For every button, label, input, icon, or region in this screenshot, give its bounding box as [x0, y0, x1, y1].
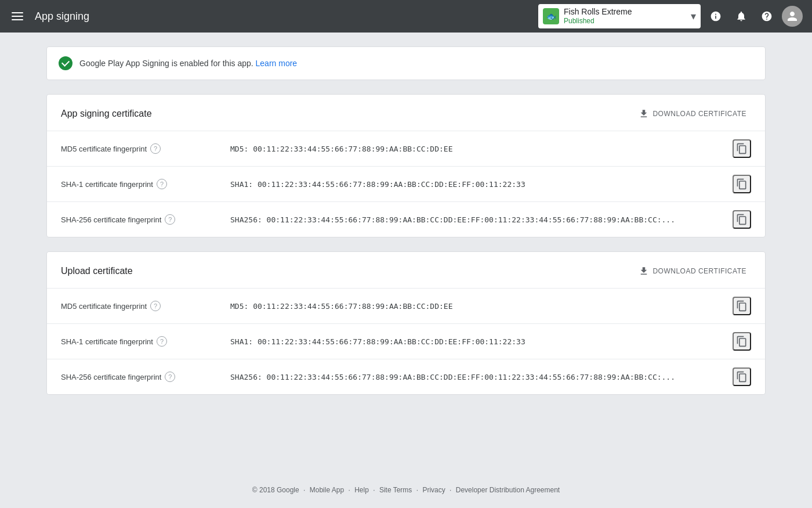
help-icon[interactable]: ?	[150, 143, 161, 154]
avatar[interactable]	[782, 6, 803, 27]
copy-button[interactable]	[733, 175, 751, 193]
table-row: SHA-256 certificate fingerprint ? SHA256…	[47, 359, 765, 395]
cert-label: MD5 certificate fingerprint	[61, 145, 147, 153]
dropdown-arrow-icon: ▾	[691, 10, 696, 23]
info-icon	[710, 10, 722, 22]
help-icon[interactable]: ?	[157, 179, 167, 189]
info-button[interactable]	[705, 6, 726, 27]
notice-banner: Google Play App Signing is enabled for t…	[46, 46, 766, 80]
app-selector[interactable]: 🐟 Fish Rolls Extreme Published ▾	[538, 4, 701, 28]
upload-cert-download-button[interactable]: DOWNLOAD CERTIFICATE	[634, 264, 751, 279]
app-name: Fish Rolls Extreme	[564, 6, 686, 17]
copy-button[interactable]	[733, 139, 751, 158]
learn-more-link[interactable]: Learn more	[256, 59, 298, 68]
copyright: © 2018 Google	[252, 486, 299, 494]
check-icon	[59, 56, 72, 70]
cert-value: SHA256: 00:11:22:33:44:55:66:77:88:99:AA…	[230, 373, 726, 381]
help-icon	[761, 10, 773, 22]
cert-label: MD5 certificate fingerprint	[61, 302, 147, 311]
header: App signing 🐟 Fish Rolls Extreme Publish…	[0, 0, 812, 33]
help-icon[interactable]: ?	[157, 336, 167, 347]
app-status: Published	[564, 17, 686, 26]
main-content: Google Play App Signing is enabled for t…	[0, 33, 812, 423]
app-icon: 🐟	[543, 8, 559, 24]
header-right: 🐟 Fish Rolls Extreme Published ▾	[538, 4, 803, 28]
upload-cert-table: MD5 certificate fingerprint ? MD5: 00:11…	[47, 288, 765, 394]
menu-button[interactable]	[9, 10, 26, 23]
notice-text: Google Play App Signing is enabled for t…	[79, 59, 297, 68]
footer-link-help[interactable]: Help	[354, 486, 369, 494]
app-signing-table: MD5 certificate fingerprint ? MD5: 00:11…	[47, 131, 765, 237]
footer-separator: ·	[303, 486, 305, 494]
help-button[interactable]	[756, 6, 777, 27]
table-row: MD5 certificate fingerprint ? MD5: 00:11…	[47, 289, 765, 324]
upload-cert-card: Upload certificate DOWNLOAD CERTIFICATE …	[46, 251, 766, 395]
upload-cert-title: Upload certificate	[61, 266, 133, 276]
cert-value: SHA1: 00:11:22:33:44:55:66:77:88:99:AA:B…	[230, 337, 726, 346]
table-row: SHA-256 certificate fingerprint ? SHA256…	[47, 202, 765, 237]
cert-label: SHA-1 certificate fingerprint	[61, 337, 153, 346]
upload-cert-card-header: Upload certificate DOWNLOAD CERTIFICATE	[47, 252, 765, 288]
table-row: SHA-1 certificate fingerprint ? SHA1: 00…	[47, 167, 765, 202]
download-icon	[639, 266, 649, 276]
footer-link-dda[interactable]: Developer Distribution Agreement	[456, 486, 560, 494]
app-signing-card-header: App signing certificate DOWNLOAD CERTIFI…	[47, 95, 765, 131]
table-row: MD5 certificate fingerprint ? MD5: 00:11…	[47, 131, 765, 167]
download-icon	[639, 109, 649, 119]
help-icon[interactable]: ?	[165, 372, 175, 382]
page-title: App signing	[35, 10, 529, 23]
copy-button[interactable]	[733, 368, 751, 386]
help-icon[interactable]: ?	[165, 214, 175, 225]
cert-label: SHA-256 certificate fingerprint	[61, 373, 161, 381]
footer: © 2018 Google · Mobile App · Help · Site…	[0, 472, 812, 508]
copy-button[interactable]	[733, 210, 751, 229]
copy-button[interactable]	[733, 332, 751, 351]
cert-value: SHA256: 00:11:22:33:44:55:66:77:88:99:AA…	[230, 215, 726, 224]
app-signing-title: App signing certificate	[61, 109, 152, 119]
footer-link-privacy[interactable]: Privacy	[422, 486, 445, 494]
bell-icon	[735, 10, 747, 22]
cert-value: SHA1: 00:11:22:33:44:55:66:77:88:99:AA:B…	[230, 180, 726, 189]
app-signing-download-button[interactable]: DOWNLOAD CERTIFICATE	[634, 106, 751, 121]
user-icon	[786, 10, 798, 22]
footer-link-site-terms[interactable]: Site Terms	[379, 486, 412, 494]
table-row: SHA-1 certificate fingerprint ? SHA1: 00…	[47, 324, 765, 359]
footer-link-mobile-app[interactable]: Mobile App	[310, 486, 344, 494]
notifications-button[interactable]	[731, 6, 752, 27]
cert-label: SHA-1 certificate fingerprint	[61, 180, 153, 189]
cert-value: MD5: 00:11:22:33:44:55:66:77:88:99:AA:BB…	[230, 145, 726, 153]
app-signing-card: App signing certificate DOWNLOAD CERTIFI…	[46, 94, 766, 237]
cert-value: MD5: 00:11:22:33:44:55:66:77:88:99:AA:BB…	[230, 302, 726, 311]
cert-label: SHA-256 certificate fingerprint	[61, 215, 161, 224]
help-icon[interactable]: ?	[150, 301, 161, 311]
app-info: Fish Rolls Extreme Published	[564, 6, 686, 26]
copy-button[interactable]	[733, 297, 751, 315]
